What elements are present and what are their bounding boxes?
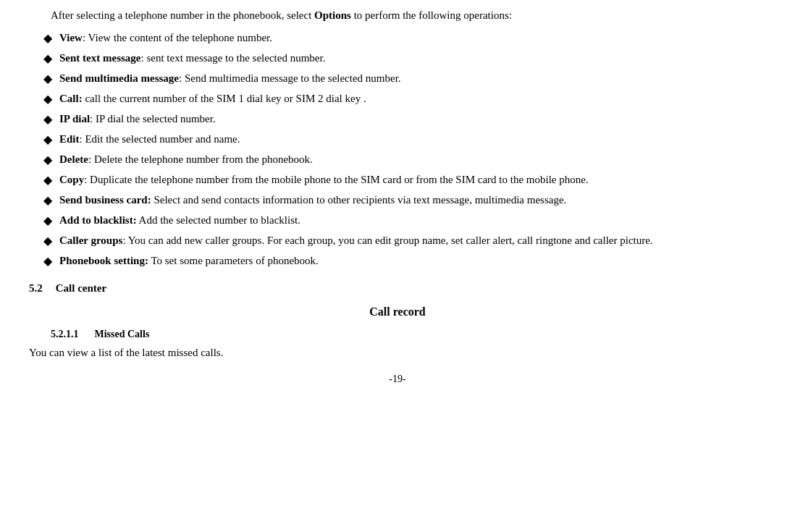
bullet-text: Add to blacklist: Add the selected numbe…	[59, 212, 766, 229]
bullet-term: Send multimedia message	[59, 72, 179, 84]
bullet-diamond-icon: ◆	[43, 172, 52, 189]
bullet-definition: : Delete the telephone number from the p…	[88, 153, 313, 165]
bullet-diamond-icon: ◆	[43, 151, 52, 169]
intro-text-before: After selecting a telephone number in th…	[51, 9, 314, 21]
bullet-term: Caller groups	[59, 235, 122, 246]
bullet-text: Delete: Delete the telephone number from…	[59, 151, 766, 168]
bullet-term: IP dial	[59, 113, 90, 124]
bullet-definition: Add the selected number to blacklist.	[137, 214, 300, 226]
bullet-diamond-icon: ◆	[43, 30, 52, 47]
intro-text-after: to perform the following operations:	[351, 9, 512, 21]
bullet-definition: : Duplicate the telephone number from th…	[84, 174, 588, 185]
bullet-text: Edit: Edit the selected number and name.	[59, 131, 766, 148]
list-item: ◆Edit: Edit the selected number and name…	[29, 131, 766, 148]
bullet-diamond-icon: ◆	[43, 232, 52, 250]
section-5211-number: 5.2.1.1	[51, 329, 79, 339]
bullet-term: Send business card:	[59, 194, 151, 206]
bullet-term: View	[59, 32, 83, 43]
bullet-diamond-icon: ◆	[43, 90, 52, 108]
call-record-heading: Call record	[29, 303, 766, 321]
options-list: ◆View: View the content of the telephone…	[29, 30, 766, 270]
bullet-text: IP dial: IP dial the selected number.	[59, 111, 766, 127]
list-item: ◆Send business card: Select and send con…	[29, 192, 766, 209]
bullet-text: Caller groups: You can add new caller gr…	[59, 232, 766, 249]
page-number: -19-	[29, 371, 766, 387]
bullet-diamond-icon: ◆	[43, 212, 52, 229]
bullet-diamond-icon: ◆	[43, 70, 52, 88]
section-5211-heading: 5.2.1.1Missed Calls	[51, 326, 766, 342]
list-item: ◆Caller groups: You can add new caller g…	[29, 232, 766, 250]
bullet-definition: : Edit the selected number and name.	[80, 133, 240, 145]
list-item: ◆Send multimedia message: Send multimedi…	[29, 70, 766, 88]
bullet-text: Call: call the current number of the SIM…	[59, 90, 766, 107]
bullet-term: Delete	[59, 153, 88, 165]
section-52-title: Call center	[56, 282, 106, 294]
bullet-term: Sent text message	[59, 52, 140, 64]
list-item: ◆Delete: Delete the telephone number fro…	[29, 151, 766, 169]
bullet-definition: To set some parameters of phonebook.	[148, 255, 319, 266]
bullet-term: Call:	[59, 93, 83, 104]
list-item: ◆Call: call the current number of the SI…	[29, 90, 766, 108]
bullet-diamond-icon: ◆	[43, 131, 52, 148]
list-item: ◆Sent text message: sent text message to…	[29, 50, 766, 67]
bullet-term: Add to blacklist:	[59, 214, 137, 226]
list-item: ◆View: View the content of the telephone…	[29, 30, 766, 47]
list-item: ◆IP dial: IP dial the selected number.	[29, 111, 766, 128]
bullet-text: Send business card: Select and send cont…	[59, 192, 766, 208]
list-item: ◆Add to blacklist: Add the selected numb…	[29, 212, 766, 229]
bullet-term: Phonebook setting:	[59, 255, 148, 266]
bullet-diamond-icon: ◆	[43, 50, 52, 67]
section-5211-title: Missed Calls	[95, 329, 150, 339]
bullet-text: View: View the content of the telephone …	[59, 30, 766, 46]
bullet-definition: call the current number of the SIM 1 dia…	[83, 93, 366, 104]
section-52-heading: 5.2Call center	[29, 280, 766, 297]
bullet-definition: : sent text message to the selected numb…	[140, 52, 325, 64]
options-bold: Options	[314, 9, 351, 21]
intro-paragraph: After selecting a telephone number in th…	[29, 7, 766, 24]
section-52-number: 5.2	[29, 282, 43, 294]
bullet-text: Phonebook setting: To set some parameter…	[59, 253, 766, 269]
bullet-term: Copy	[59, 174, 84, 185]
bullet-definition: : View the content of the telephone numb…	[83, 32, 272, 43]
bullet-term: Edit	[59, 133, 80, 145]
list-item: ◆Copy: Duplicate the telephone number fr…	[29, 172, 766, 189]
bullet-diamond-icon: ◆	[43, 192, 52, 209]
bullet-text: Send multimedia message: Send multimedia…	[59, 70, 766, 87]
bullet-definition: : IP dial the selected number.	[90, 113, 216, 124]
bullet-definition: : Send multimedia message to the selecte…	[179, 72, 401, 84]
bullet-definition: : You can add new caller groups. For eac…	[122, 235, 652, 246]
bullet-text: Sent text message: sent text message to …	[59, 50, 766, 67]
bullet-diamond-icon: ◆	[43, 111, 52, 128]
list-item: ◆Phonebook setting: To set some paramete…	[29, 253, 766, 270]
missed-calls-text: You can view a list of the latest missed…	[29, 345, 766, 361]
bullet-definition: Select and send contacts information to …	[151, 194, 567, 206]
bullet-diamond-icon: ◆	[43, 253, 52, 270]
bullet-text: Copy: Duplicate the telephone number fro…	[59, 172, 766, 188]
